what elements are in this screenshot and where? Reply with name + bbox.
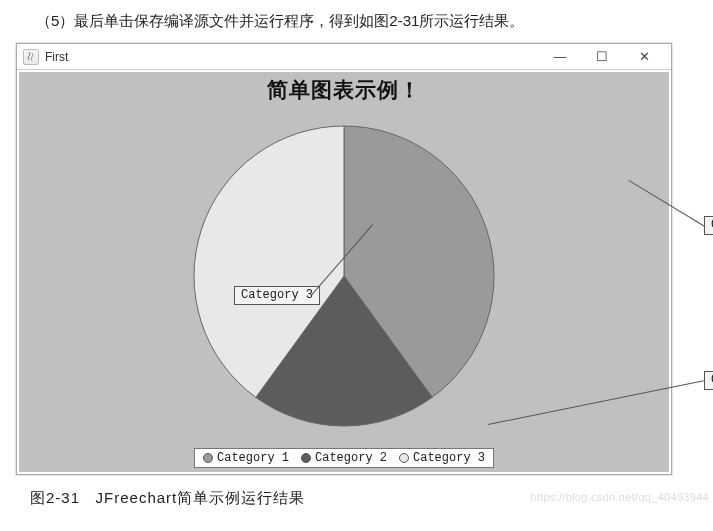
chart-legend: Category 1Category 2Category 3 [194, 448, 494, 468]
figure-desc: JFreechart简单示例运行结果 [96, 489, 306, 506]
pie-svg [174, 116, 514, 436]
leader-line-1 [628, 180, 704, 226]
titlebar[interactable]: First — ☐ ✕ [17, 44, 671, 70]
doc-step-text: （5）最后单击保存编译源文件并运行程序，得到如图2-31所示运行结果。 [36, 12, 701, 31]
slice-label-2: Category 2 [704, 371, 713, 390]
legend-swatch-icon [203, 453, 213, 463]
java-cup-icon [23, 49, 39, 65]
legend-swatch-icon [301, 453, 311, 463]
close-button[interactable]: ✕ [623, 45, 665, 69]
chart-title: 简单图表示例！ [19, 76, 669, 104]
slice-label-1: Category 1 [704, 216, 713, 235]
figure-number: 图2-31 [30, 489, 80, 506]
legend-label: Category 2 [315, 451, 387, 465]
leader-line-2 [488, 380, 704, 425]
maximize-button[interactable]: ☐ [581, 45, 623, 69]
legend-label: Category 1 [217, 451, 289, 465]
window-title: First [45, 50, 68, 64]
legend-item-1: Category 1 [203, 451, 289, 465]
pie-chart [174, 116, 514, 436]
watermark-text: https://blog.csdn.net/qq_40493944 [530, 491, 709, 503]
legend-label: Category 3 [413, 451, 485, 465]
legend-swatch-icon [399, 453, 409, 463]
app-window: First — ☐ ✕ 简单图表示例！ Category 1Category 2… [16, 43, 672, 475]
chart-panel: 简单图表示例！ Category 1Category 2Category 3 C… [19, 72, 669, 472]
legend-item-2: Category 2 [301, 451, 387, 465]
minimize-button[interactable]: — [539, 45, 581, 69]
legend-item-3: Category 3 [399, 451, 485, 465]
slice-label-3: Category 3 [234, 286, 320, 305]
